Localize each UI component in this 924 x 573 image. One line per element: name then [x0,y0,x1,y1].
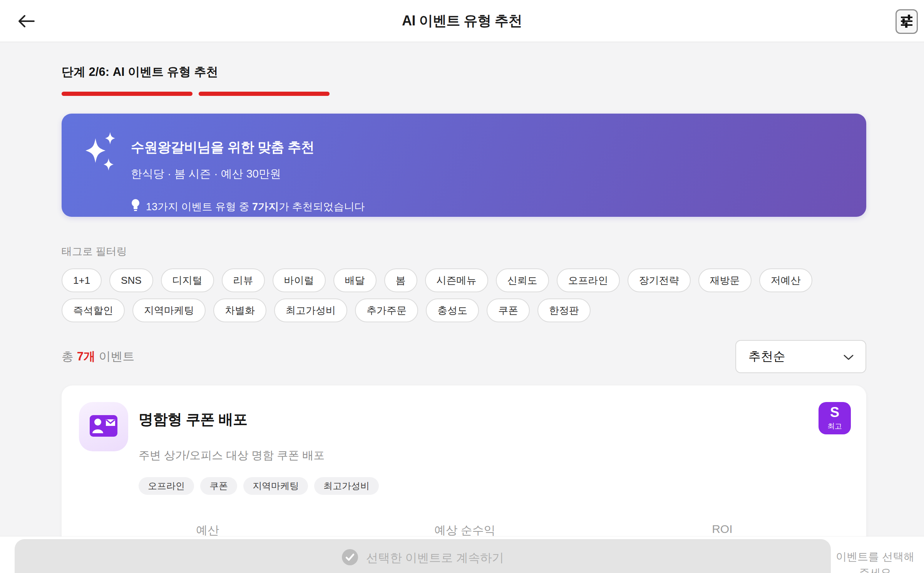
bottom-action-bar: 선택한 이벤트로 계속하기 이벤트를 선택해주세요 [0,536,924,573]
event-count-value: 7개 [77,350,95,363]
continue-button[interactable]: 선택한 이벤트로 계속하기 [15,539,831,573]
tag-filter-label: 태그로 필터링 [62,245,866,258]
page-title: AI 이벤트 유형 추천 [402,12,522,30]
event-tag-chip: 최고가성비 [314,477,379,495]
sliders-tune-icon [900,14,914,30]
filter-tag-pill[interactable]: 쿠폰 [487,298,530,322]
filter-tag-pill[interactable]: 지역마케팅 [132,298,206,322]
contact-card-icon [90,415,117,438]
banner-note: 13가지 이벤트 유형 중 7가지가 추천되었습니다 [131,199,365,214]
banner-title: 수원왕갈비님을 위한 맞춤 추천 [131,138,365,156]
filter-tag-pill[interactable]: 충성도 [426,298,479,322]
selection-hint-text: 이벤트를 선택해주세요 [831,549,919,573]
filter-settings-button[interactable] [896,9,918,34]
filter-tag-pill[interactable]: 바이럴 [273,268,326,292]
filter-tag-pill[interactable]: 한정판 [537,298,591,322]
sort-dropdown[interactable]: 추천순 [735,340,866,373]
filter-tag-pill[interactable]: 즉석할인 [62,298,125,322]
grade-letter: S [830,405,839,419]
filter-tag-pill[interactable]: SNS [109,268,153,292]
filter-tag-list: 1+1SNS디지털리뷰바이럴배달봄시즌메뉴신뢰도오프라인장기전략재방문저예산즉석… [62,268,866,322]
banner-text: 수원왕갈비님을 위한 맞춤 추천 한식당 · 봄 시즌 · 예산 30만원 13… [131,138,365,214]
event-tag-chip: 지역마케팅 [243,477,308,495]
event-card-main: 명함형 쿠폰 배포 주변 상가/오피스 대상 명함 쿠폰 배포 [139,402,325,463]
progress-bar-segment [62,92,192,96]
event-tag-list: 오프라인쿠폰지역마케팅최고가성비 [139,477,851,495]
check-circle-icon [341,549,358,567]
stat-label: 예상 순수익 [336,523,593,538]
main-content: 단계 2/6: AI 이벤트 유형 추천 수원왕갈비님을 위한 맞춤 추천 한식… [62,42,866,573]
filter-tag-pill[interactable]: 저예산 [759,268,812,292]
recommendation-banner: 수원왕갈비님을 위한 맞춤 추천 한식당 · 봄 시즌 · 예산 30만원 13… [62,114,866,217]
filter-tag-pill[interactable]: 리뷰 [222,268,265,292]
event-description: 주변 상가/오피스 대상 명함 쿠폰 배포 [139,448,325,463]
filter-tag-pill[interactable]: 최고가성비 [274,298,347,322]
event-card-head: 명함형 쿠폰 배포 주변 상가/오피스 대상 명함 쿠폰 배포 S 최고 [79,402,851,463]
grade-label: 최고 [827,421,842,431]
filter-tag-pill[interactable]: 추가주문 [355,298,418,322]
result-summary-row: 총 7개 이벤트 추천순 [62,340,866,373]
sort-selected-value: 추천순 [748,348,785,365]
event-count-text: 총 7개 이벤트 [62,348,135,365]
banner-subtitle: 한식당 · 봄 시즌 · 예산 30만원 [131,166,365,182]
event-icon-container [79,402,128,451]
back-arrow-icon [17,12,35,32]
filter-tag-pill[interactable]: 봄 [384,268,417,292]
filter-tag-pill[interactable]: 장기전략 [628,268,691,292]
filter-tag-pill[interactable]: 시즌메뉴 [425,268,488,292]
filter-tag-pill[interactable]: 재방문 [698,268,752,292]
filter-tag-pill[interactable]: 배달 [333,268,377,292]
event-tag-chip: 쿠폰 [200,477,237,495]
banner-note-text: 13가지 이벤트 유형 중 7가지가 추천되었습니다 [146,200,365,214]
step-progress-label: 단계 2/6: AI 이벤트 유형 추천 [62,64,866,80]
chevron-down-icon [843,350,854,364]
grade-badge: S 최고 [819,402,851,434]
filter-tag-pill[interactable]: 디지털 [161,268,214,292]
filter-tag-pill[interactable]: 차별화 [213,298,266,322]
filter-tag-pill[interactable]: 신뢰도 [496,268,549,292]
stat-label: ROI [594,523,851,536]
back-button[interactable] [15,11,37,32]
continue-button-label: 선택한 이벤트로 계속하기 [366,550,504,566]
progress-bar-segment [199,92,330,96]
filter-tag-pill[interactable]: 1+1 [62,268,102,292]
filter-tag-pill[interactable]: 오프라인 [557,268,620,292]
stat-label: 예산 [79,523,336,538]
continue-button-content: 선택한 이벤트로 계속하기 [341,549,504,567]
event-title: 명함형 쿠폰 배포 [139,410,325,429]
sparkles-icon [81,131,119,183]
step-progress-bars [62,92,866,96]
lightbulb-icon [131,199,140,214]
event-tag-chip: 오프라인 [139,477,194,495]
app-header: AI 이벤트 유형 추천 [0,0,924,42]
